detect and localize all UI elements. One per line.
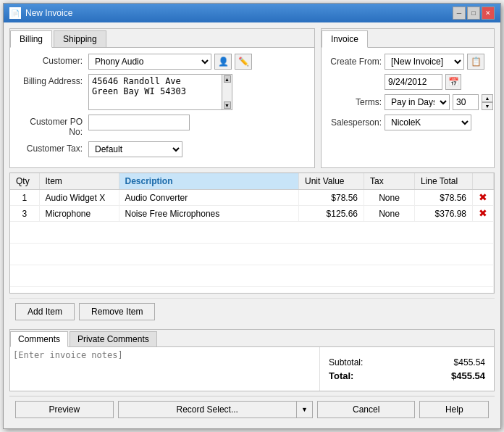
col-header-item: Item (39, 173, 119, 190)
main-window: 📄 New Invoice ─ □ ✕ Billing Shipping Cus… (3, 3, 501, 429)
comments-section: Comments Private Comments Subtotal: $455… (9, 329, 495, 391)
invoice-panel: Invoice Create From: [New Invoice] 📋 (321, 28, 495, 168)
total-row: Total: $455.54 (329, 370, 485, 381)
po-input[interactable] (88, 115, 190, 130)
total-value: $455.54 (451, 370, 485, 381)
tax-label: Customer Tax: (16, 141, 88, 154)
title-bar-left: 📄 New Invoice (9, 7, 72, 19)
terms-spin-up[interactable]: ▲ (482, 94, 493, 102)
window-title: New Invoice (25, 8, 72, 18)
invoice-table: Qty Item Description Unit Value Tax Line… (10, 173, 494, 294)
calendar-button[interactable]: 📅 (445, 74, 461, 90)
col-header-tax: Tax (364, 173, 415, 190)
table-row-empty (10, 222, 494, 244)
terms-num-input[interactable] (453, 94, 479, 110)
terms-row: Terms: Pay in Days ▲ ▼ (327, 94, 488, 110)
row1-tax: None (364, 190, 415, 206)
row2-line-total: $376.98 (415, 206, 473, 222)
customer-select[interactable]: Phony Audio (88, 54, 211, 70)
footer: Preview Record Select... ▼ Cancel Help (9, 396, 495, 423)
remove-item-button[interactable]: Remove Item (79, 303, 155, 320)
terms-label: Terms: (327, 97, 382, 107)
po-label: Customer PO No: (16, 115, 88, 137)
invoice-table-body: 1 Audio Widget X Audio Converter $78.56 … (10, 190, 494, 294)
po-row: Customer PO No: (16, 115, 308, 137)
address-scrollbar: ▲ ▼ (222, 74, 232, 110)
row1-delete-icon[interactable]: ✖ (479, 191, 487, 203)
close-button[interactable]: ✕ (482, 7, 495, 20)
customer-label: Customer: (16, 54, 88, 66)
col-header-unit-value: Unit Value (299, 173, 364, 190)
create-from-label: Create From: (327, 57, 382, 67)
minimize-button[interactable]: ─ (453, 7, 466, 20)
invoice-panel-content: Create From: [New Invoice] 📋 📅 (322, 48, 494, 141)
comments-textarea[interactable] (13, 350, 316, 388)
address-scroll: ▲ ▼ (88, 74, 232, 110)
item-buttons: Add Item Remove Item (9, 298, 495, 325)
cancel-button[interactable]: Cancel (317, 401, 416, 418)
tax-row: Customer Tax: Default (16, 141, 308, 157)
customer-edit-button[interactable]: ✏️ (235, 54, 252, 70)
salesperson-label: Salesperson: (327, 117, 382, 128)
terms-spin-down[interactable]: ▼ (482, 102, 493, 110)
billing-address-field[interactable] (88, 74, 222, 110)
comments-left (10, 347, 320, 391)
table-row: 3 Microphone Noise Free Microphones $125… (10, 206, 494, 222)
private-comments-tab[interactable]: Private Comments (70, 331, 157, 346)
customer-lookup-button[interactable]: 👤 (214, 54, 232, 70)
billing-tab[interactable]: Billing (10, 30, 52, 48)
comments-body: Subtotal: $455.54 Total: $455.54 (10, 347, 494, 391)
billing-panel: Billing Shipping Customer: Phony Audio 👤… (9, 28, 315, 168)
row1-item: Audio Widget X (39, 190, 119, 206)
window-icon: 📄 (9, 7, 21, 19)
col-header-delete (473, 173, 494, 190)
table-row-empty (10, 244, 494, 265)
customer-row: Customer: Phony Audio 👤 ✏️ (16, 54, 308, 70)
row2-qty: 3 (10, 206, 39, 222)
col-header-line-total: Line Total (415, 173, 473, 190)
record-select-button[interactable]: Record Select... (119, 402, 296, 418)
row2-tax: None (364, 206, 415, 222)
row1-qty: 1 (10, 190, 39, 206)
customer-control-group: Phony Audio 👤 ✏️ (88, 54, 308, 70)
terms-select[interactable]: Pay in Days (385, 94, 450, 110)
tax-select[interactable]: Default (88, 141, 182, 157)
terms-spinner: ▲ ▼ (482, 94, 493, 110)
row2-item: Microphone (39, 206, 119, 222)
table-row-empty (10, 287, 494, 294)
maximize-button[interactable]: □ (467, 7, 480, 20)
create-from-select[interactable]: [New Invoice] (385, 54, 464, 70)
help-button[interactable]: Help (419, 401, 489, 418)
comments-tab-header: Comments Private Comments (10, 330, 494, 347)
comments-tab[interactable]: Comments (10, 331, 68, 347)
row1-line-total: $78.56 (415, 190, 473, 206)
row2-delete[interactable]: ✖ (473, 206, 494, 222)
add-item-button[interactable]: Add Item (15, 303, 75, 320)
salesperson-row: Salesperson: NicoleK (327, 115, 488, 130)
preview-button[interactable]: Preview (15, 401, 114, 418)
row1-delete[interactable]: ✖ (473, 190, 494, 206)
row2-delete-icon[interactable]: ✖ (479, 207, 487, 219)
billing-address-row: Billing Address: ▲ ▼ (16, 74, 308, 110)
col-header-description: Description (119, 173, 299, 190)
top-section: Billing Shipping Customer: Phony Audio 👤… (9, 28, 495, 168)
totals-section: Subtotal: $455.54 Total: $455.54 (320, 347, 494, 391)
col-header-qty: Qty (10, 173, 39, 190)
salesperson-select[interactable]: NicoleK (385, 115, 471, 130)
billing-address-label: Billing Address: (16, 74, 88, 86)
subtotal-label: Subtotal: (329, 357, 363, 367)
scroll-down-arrow[interactable]: ▼ (224, 101, 231, 109)
subtotal-value: $455.54 (454, 357, 485, 367)
billing-panel-content: Customer: Phony Audio 👤 ✏️ Billing Addre… (10, 48, 314, 167)
window-body: Billing Shipping Customer: Phony Audio 👤… (4, 22, 500, 428)
invoice-tab[interactable]: Invoice (322, 30, 368, 48)
record-select-arrow[interactable]: ▼ (296, 402, 312, 418)
date-input[interactable] (385, 74, 442, 90)
shipping-tab[interactable]: Shipping (54, 30, 106, 47)
date-row: 📅 (327, 74, 488, 90)
create-from-lookup-button[interactable]: 📋 (467, 54, 484, 70)
create-from-row: Create From: [New Invoice] 📋 (327, 54, 488, 70)
scroll-up-arrow[interactable]: ▲ (224, 75, 231, 83)
row2-unit-value: $125.66 (299, 206, 364, 222)
invoice-tab-header: Invoice (322, 29, 494, 48)
